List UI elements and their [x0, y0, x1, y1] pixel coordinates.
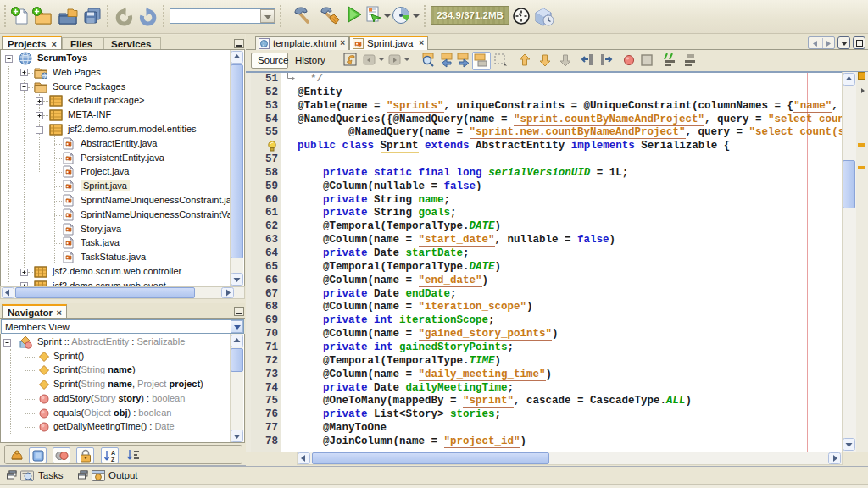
svg-text:A: A: [111, 450, 115, 456]
svg-text:Z: Z: [111, 457, 115, 463]
